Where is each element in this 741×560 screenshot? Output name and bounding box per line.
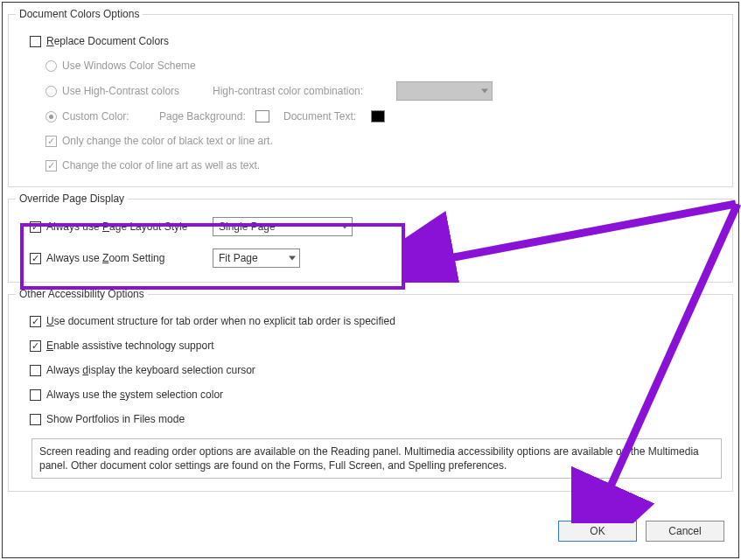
checkbox-system-selection-color[interactable] — [30, 389, 41, 401]
preferences-dialog: Document Colors Options Replace Document… — [2, 2, 739, 558]
label-page-background: Page Background: — [159, 110, 255, 122]
radio-windows-color-scheme — [45, 60, 57, 72]
chevron-down-icon — [289, 256, 296, 261]
info-text-box: Screen reading and reading order options… — [31, 438, 722, 479]
combo-high-contrast — [396, 81, 493, 101]
combo-zoom-value: Fit Page — [219, 252, 258, 264]
ok-button[interactable]: OK — [558, 521, 637, 542]
label-hc-combo: High-contrast color combination: — [213, 85, 396, 97]
label-document-text: Document Text: — [283, 110, 371, 122]
group-override-page-display: Override Page Display Always use Page La… — [8, 192, 733, 283]
checkbox-use-document-structure[interactable] — [30, 316, 41, 327]
legend-override: Override Page Display — [16, 192, 128, 205]
label-system-selection-color: Always use the system selection color — [46, 388, 223, 401]
label-use-document-structure: Use document structure for tab order whe… — [46, 315, 395, 327]
label-zoom-setting: Always use Zoom Setting — [46, 252, 213, 264]
checkbox-replace-document-colors[interactable] — [30, 36, 41, 47]
group-document-colors: Document Colors Options Replace Document… — [8, 8, 733, 187]
label-replace-document-colors: Replace Document Colors — [46, 35, 169, 47]
combo-page-layout-style[interactable]: Single Page — [213, 217, 353, 236]
swatch-document-text — [371, 110, 385, 122]
combo-page-layout-value: Single Page — [219, 220, 276, 233]
checkbox-zoom-setting[interactable] — [30, 253, 41, 264]
checkbox-page-layout-style[interactable] — [30, 221, 41, 233]
checkbox-keyboard-selection[interactable] — [30, 365, 41, 376]
label-page-layout-style: Always use Page Layout Style — [46, 220, 213, 233]
cancel-button[interactable]: Cancel — [646, 521, 724, 542]
label-high-contrast: Use High-Contrast colors — [62, 85, 193, 97]
radio-custom-color — [45, 111, 57, 122]
label-windows-color-scheme: Use Windows Color Scheme — [62, 60, 196, 72]
chevron-down-icon — [481, 89, 488, 94]
radio-high-contrast — [45, 86, 57, 97]
label-only-black: Only change the color of black text or l… — [62, 135, 273, 147]
legend-document-colors: Document Colors Options — [16, 8, 143, 20]
swatch-page-background — [255, 110, 269, 122]
label-enable-assistive: Enable assistive technology support — [46, 340, 213, 352]
label-custom-color: Custom Color: — [62, 110, 154, 122]
legend-other: Other Accessibility Options — [16, 288, 148, 300]
checkbox-line-art — [45, 160, 57, 172]
checkbox-enable-assistive[interactable] — [30, 340, 41, 352]
checkbox-only-black — [45, 136, 57, 147]
group-other-accessibility: Other Accessibility Options Use document… — [8, 288, 733, 492]
checkbox-show-portfolios[interactable] — [30, 414, 41, 425]
chevron-down-icon — [341, 225, 348, 229]
label-show-portfolios: Show Portfolios in Files mode — [46, 413, 185, 425]
label-line-art: Change the color of line art as well as … — [62, 159, 260, 172]
dialog-buttons: OK Cancel — [558, 521, 724, 542]
label-keyboard-selection: Always display the keyboard selection cu… — [46, 364, 255, 376]
combo-zoom-setting[interactable]: Fit Page — [213, 248, 300, 268]
